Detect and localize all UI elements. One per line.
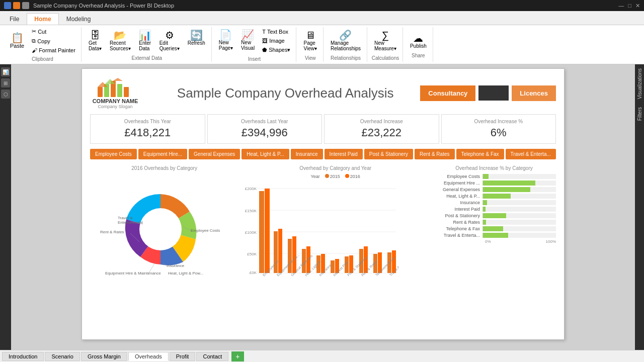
legend-2016: 2016 <box>345 174 360 179</box>
kpi-card-2: Overhead Increase £23,222 <box>324 114 439 144</box>
paste-button[interactable]: 📋 Paste <box>7 31 27 51</box>
insert-label: Insert <box>248 56 261 62</box>
relationships-view-icon[interactable]: ⬡ <box>1 89 10 99</box>
filter-btn-9[interactable]: Travel & Enterta... <box>506 149 556 159</box>
relationships-group: 🔗 ManageRelationships Relationships <box>325 27 367 62</box>
filters-panel-label[interactable]: Filters <box>636 103 643 125</box>
svg-rect-34 <box>278 229 282 273</box>
enter-data-label: EnterData <box>139 40 151 51</box>
bottom-tab-profit[interactable]: Profit <box>170 352 196 361</box>
filter-btn-3[interactable]: Heat, Light & P... <box>242 149 289 159</box>
maximize-button[interactable]: □ <box>628 3 631 9</box>
enter-data-button[interactable]: 📊 EnterData <box>136 28 154 53</box>
title-bar-icons <box>4 2 29 9</box>
text-box-icon: T <box>262 29 266 35</box>
filter-btn-1[interactable]: Equipment Hire... <box>138 149 187 159</box>
bottom-tab-gross-margin[interactable]: Gross Margin <box>81 352 127 361</box>
copy-button[interactable]: ⧉Copy <box>29 37 78 45</box>
add-tab-button[interactable]: + <box>231 351 244 361</box>
text-box-button[interactable]: T Text Box <box>260 28 293 36</box>
hbar-fill <box>482 194 510 199</box>
hbar-track <box>482 180 556 186</box>
svg-marker-7 <box>113 78 123 81</box>
kpi-value-3: 6% <box>448 126 550 139</box>
edit-queries-button[interactable]: ⚙ EditQueries▾ <box>156 28 183 53</box>
bottom-tab-scenario[interactable]: Scenario <box>45 352 79 361</box>
get-data-button[interactable]: 🗄 GetData▾ <box>86 28 105 53</box>
database-icon: 🗄 <box>90 30 100 40</box>
shapes-icon: ⬟ <box>262 47 267 53</box>
bottom-tab-overheads[interactable]: Overheads <box>128 352 169 361</box>
page-view-button[interactable]: 🖥 PageView▾ <box>300 28 320 53</box>
hbar-row: Post & Stationery <box>432 213 556 218</box>
minimize-button[interactable]: — <box>618 3 624 9</box>
svg-rect-31 <box>259 191 264 273</box>
hbar-fill <box>482 187 530 192</box>
refresh-button[interactable]: 🔄 Refresh <box>185 28 208 53</box>
new-page-icon: 📄 <box>219 30 232 40</box>
image-icon: 🖼 <box>262 38 268 44</box>
copy-icon: ⧉ <box>32 38 36 44</box>
publish-button[interactable]: ☁ Publish <box>407 31 430 51</box>
kpi-card-1: Overheads Last Year £394,996 <box>207 114 323 144</box>
filter-btn-5[interactable]: Interest Paid <box>325 149 363 159</box>
bar-chart-title: Overhead by Category and Year <box>243 165 428 171</box>
new-visual-label: NewVisual <box>241 40 255 51</box>
tab-modeling[interactable]: Modeling <box>59 13 99 25</box>
licences-button[interactable]: Licences <box>512 85 556 101</box>
bottom-tab-introduction[interactable]: Introduction <box>2 352 44 361</box>
kpi-card-0: Overheads This Year £418,221 <box>90 114 205 144</box>
kpi-value-2: £23,222 <box>331 126 433 139</box>
hbar-row: Travel & Enterta... <box>432 233 556 238</box>
new-visual-icon: 📈 <box>242 30 254 40</box>
consultancy-button[interactable]: Consultancy <box>420 85 475 101</box>
bar-chart-legend: Year 2015 2016 <box>243 174 428 179</box>
data-view-icon[interactable]: ⊞ <box>1 78 10 87</box>
recent-label: RecentSources▾ <box>110 40 131 51</box>
legend-2015: 2015 <box>325 174 340 179</box>
close-button[interactable]: ✕ <box>635 3 640 9</box>
image-button[interactable]: 🖼 Image <box>260 37 293 45</box>
shapes-button[interactable]: ⬟ Shapes▾ <box>260 46 293 54</box>
hbar-fill <box>482 226 503 231</box>
filter-btn-8[interactable]: Telephone & Fax <box>456 149 504 159</box>
hbar-row: Telephone & Fax <box>432 226 556 231</box>
report-canvas[interactable]: COMPANY NAME Company Slogan Sample Compa… <box>11 64 635 350</box>
filter-btn-2[interactable]: General Expenses <box>189 149 240 159</box>
format-painter-button[interactable]: 🖌Format Painter <box>29 46 78 54</box>
share-label: Share <box>412 53 425 58</box>
title-bar: Sample Company Overhead Analysis - Power… <box>0 0 644 11</box>
hbar-fill <box>482 213 506 218</box>
clipboard-label: Clipboard <box>32 56 53 62</box>
refresh-icon: 🔄 <box>190 30 203 40</box>
tab-file[interactable]: File <box>2 13 27 25</box>
manage-relationships-button[interactable]: 🔗 ManageRelationships <box>328 28 364 53</box>
filter-btn-6[interactable]: Post & Stationery <box>364 149 413 159</box>
kpi-label-3: Overhead Increase % <box>448 119 550 124</box>
hbar-track <box>482 207 556 212</box>
new-measure-button[interactable]: ∑ NewMeasure▾ <box>371 28 399 53</box>
bar-chart-panel: Overhead by Category and Year Year 2015 … <box>243 165 428 286</box>
filter-btn-0[interactable]: Employee Costs <box>90 149 137 159</box>
recent-sources-button[interactable]: 📂 RecentSources▾ <box>107 28 134 53</box>
edit-queries-label: EditQueries▾ <box>159 40 180 51</box>
cut-button[interactable]: ✂Cut <box>29 27 78 36</box>
hbar-row: Rent & Rates <box>432 220 556 225</box>
svg-text:Heat, Light & Pow...: Heat, Light & Pow... <box>168 271 203 276</box>
filter-btn-7[interactable]: Rent & Rates <box>415 149 454 159</box>
bottom-tab-contact[interactable]: Contact <box>196 352 228 361</box>
new-page-button[interactable]: 📄 NewPage▾ <box>216 28 236 54</box>
window-controls[interactable]: — □ ✕ <box>618 3 640 9</box>
publish-icon: ☁ <box>413 33 423 43</box>
new-measure-label: NewMeasure▾ <box>374 40 396 51</box>
visualizations-panel-label[interactable]: Visualizations <box>636 64 643 103</box>
tab-home[interactable]: Home <box>27 13 58 25</box>
filter-btn-4[interactable]: Insurance <box>291 149 323 159</box>
kpi-card-3: Overhead Increase % 6% <box>441 114 556 144</box>
hbar-label: General Expenses <box>432 187 482 192</box>
svg-rect-35 <box>288 239 292 273</box>
report-view-icon[interactable]: 📊 <box>1 67 10 76</box>
svg-text:£50K: £50K <box>247 252 257 256</box>
new-visual-button[interactable]: 📈 NewVisual <box>238 28 258 54</box>
ribbon-tabs: File Home Modeling <box>0 11 644 25</box>
